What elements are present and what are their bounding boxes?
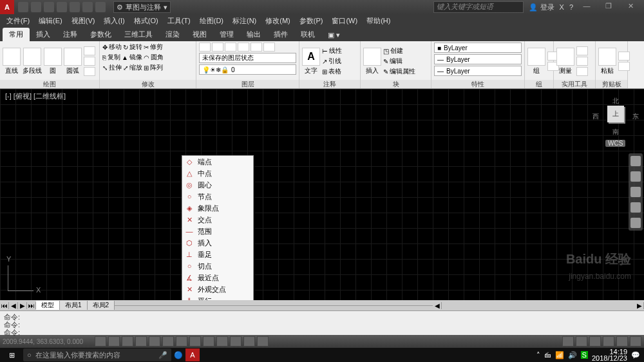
linetype-dropdown[interactable]: — ByLayer — [434, 66, 522, 76]
tab-scroll-prev[interactable]: ◀ — [9, 302, 18, 309]
notifications-icon[interactable]: 💬 — [631, 351, 640, 359]
close-button[interactable]: ✕ — [622, 2, 639, 12]
ctx-intersection[interactable]: ✕交点 — [182, 214, 253, 225]
tray-up-icon[interactable]: ˄ — [536, 351, 540, 359]
layer-icon2[interactable] — [212, 43, 223, 52]
layer-prop-icon[interactable] — [199, 43, 211, 52]
menu-help[interactable]: 帮助(H) — [363, 16, 394, 26]
tray-network-icon[interactable]: 📶 — [555, 351, 564, 359]
text-button[interactable]: A — [302, 48, 320, 66]
status-r5-icon[interactable] — [630, 336, 641, 347]
ctx-extension[interactable]: —范围 — [182, 225, 253, 237]
layer-icon4[interactable] — [238, 43, 249, 52]
arc-button[interactable] — [64, 48, 82, 66]
tray-volume-icon[interactable]: 🔊 — [568, 351, 577, 359]
menu-draw[interactable]: 绘图(D) — [196, 16, 227, 26]
menu-param[interactable]: 参数(P) — [296, 16, 327, 26]
edit-block-button[interactable]: ✎ 编辑 — [383, 57, 415, 66]
viewport-label[interactable]: [-] [俯视] [二维线框] — [5, 91, 66, 101]
stretch-button[interactable]: 拉伸 — [109, 63, 122, 72]
status-tpy-icon[interactable] — [230, 336, 242, 347]
panel-annot-label[interactable]: 注释 — [299, 80, 360, 88]
qat-print-icon[interactable] — [70, 2, 80, 12]
status-model-icon[interactable] — [562, 336, 574, 347]
ctx-insert[interactable]: ⬡插入 — [182, 237, 253, 249]
draw-mini1[interactable] — [84, 46, 95, 55]
panel-clip-label[interactable]: 剪贴板 — [596, 80, 627, 88]
tab-scroll-first[interactable]: ⏮ — [0, 302, 9, 309]
rtab-annotate[interactable]: 注释 — [57, 28, 84, 41]
array-button[interactable]: 阵列 — [150, 63, 163, 72]
layer-icon6[interactable] — [263, 43, 275, 52]
viewcube[interactable]: 北 西 东 南 上 WCS — [596, 97, 635, 135]
copy-button[interactable]: 复制 — [108, 53, 120, 62]
rotate-button[interactable]: 旋转 — [129, 43, 142, 52]
status-ortho-icon[interactable] — [122, 336, 133, 347]
clock-date[interactable]: 2018/12/23 — [592, 355, 627, 361]
tab-layout2[interactable]: 布局2 — [88, 301, 115, 310]
ctx-apparent[interactable]: ✕外观交点 — [182, 283, 253, 295]
status-ducs-icon[interactable] — [189, 336, 201, 347]
tab-scroll-last[interactable]: ⏭ — [27, 302, 36, 309]
panel-util-label[interactable]: 实用工具 — [554, 80, 595, 88]
help-search-input[interactable]: 键入关键字或短语 — [433, 1, 524, 13]
ctx-quadrant[interactable]: ◈象限点 — [182, 202, 253, 214]
rtab-manage[interactable]: 管理 — [213, 28, 240, 41]
lineweight-dropdown[interactable]: — ByLayer — [434, 54, 522, 64]
color-dropdown[interactable]: ■ ByLayer — [434, 43, 522, 53]
app-logo[interactable]: A — [0, 0, 14, 14]
ctx-center[interactable]: ◎圆心 — [182, 179, 253, 191]
panel-group-label[interactable]: 组 — [525, 80, 553, 88]
layer-icon3[interactable] — [225, 43, 236, 52]
draw-mini3[interactable] — [84, 67, 95, 76]
rtab-3dtools[interactable]: 三维工具 — [118, 28, 159, 41]
nav-pan-icon[interactable] — [630, 171, 641, 182]
rtab-home[interactable]: 常用 — [3, 28, 30, 41]
tab-scroll-next[interactable]: ▶ — [18, 302, 27, 309]
fillet-button[interactable]: 圆角 — [151, 53, 164, 62]
nav-showmotion-icon[interactable] — [630, 218, 641, 228]
util-mini1[interactable] — [576, 46, 588, 55]
panel-draw-label[interactable]: 绘图 — [0, 80, 99, 88]
workspace-selector[interactable]: ⚙ 草图与注释 ▾ — [113, 1, 171, 13]
status-snap-icon[interactable] — [95, 336, 106, 347]
ctx-midpoint[interactable]: △中点 — [182, 167, 253, 179]
group-button[interactable] — [527, 48, 545, 66]
layer-icon5[interactable] — [251, 43, 262, 52]
line-button[interactable] — [3, 48, 21, 66]
linear-dim-button[interactable]: ⊢ 线性 — [322, 46, 342, 55]
tab-layout1[interactable]: 布局1 — [60, 301, 88, 310]
insert-button[interactable] — [363, 48, 381, 66]
exchange-icon[interactable]: X — [560, 3, 564, 11]
panel-modify-label[interactable]: 修改 — [100, 80, 196, 88]
layer-current-dropdown[interactable]: 💡☀❄🔒 0 — [199, 64, 296, 75]
ctx-node[interactable]: ○节点 — [182, 191, 253, 202]
status-r1-icon[interactable] — [576, 336, 587, 347]
rtab-view[interactable]: 视图 — [186, 28, 213, 41]
move-button[interactable]: 移动 — [109, 43, 122, 52]
leader-button[interactable]: ↗ 引线 — [322, 57, 342, 66]
hscroll-right[interactable]: ▶ — [635, 302, 644, 309]
rtab-plugin[interactable]: 插件 — [267, 28, 294, 41]
panel-block-label[interactable]: 块 — [361, 80, 431, 88]
util-mini2[interactable] — [576, 57, 588, 66]
layer-state-dropdown[interactable]: 未保存的图层状态 — [199, 53, 296, 63]
rtab-render[interactable]: 渲染 — [159, 28, 186, 41]
create-block-button[interactable]: ◳ 创建 — [383, 46, 415, 55]
panel-layer-label[interactable]: 图层 — [196, 80, 299, 88]
menu-format[interactable]: 格式(O) — [130, 16, 162, 26]
status-otrack-icon[interactable] — [176, 336, 187, 347]
qat-save-icon[interactable] — [44, 2, 54, 12]
mirror-button[interactable]: 镜像 — [129, 53, 142, 62]
command-window[interactable]: 命令: 命令: 命令: — [0, 310, 644, 335]
panel-props-label[interactable]: 特性 — [431, 80, 524, 88]
qat-saveas-icon[interactable] — [57, 2, 67, 12]
windows-search[interactable]: ○ 在这里输入你要搜索的内容 🎤 — [23, 348, 171, 361]
tab-model[interactable]: 模型 — [36, 301, 60, 310]
menu-view[interactable]: 视图(V) — [68, 16, 99, 26]
menu-window[interactable]: 窗口(W) — [328, 16, 361, 26]
status-sc-icon[interactable] — [257, 336, 269, 347]
tray-input-icon[interactable]: 🖮 — [544, 351, 551, 359]
rtab-online[interactable]: 联机 — [294, 28, 321, 41]
status-grid-icon[interactable] — [108, 336, 120, 347]
